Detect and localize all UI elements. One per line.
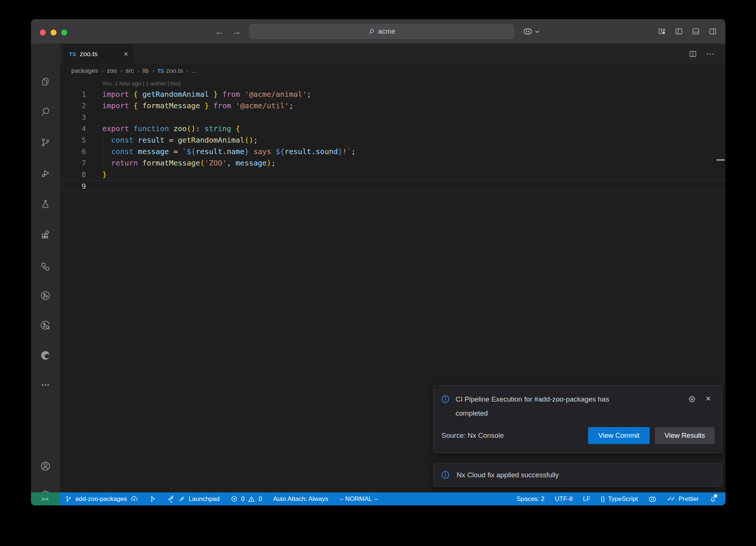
tab-close-icon[interactable]: × — [124, 50, 128, 58]
brackets-icon: {} — [601, 495, 605, 503]
breadcrumb-separator: › — [152, 68, 154, 74]
notification-settings-gear-icon[interactable] — [687, 395, 697, 404]
vim-mode-item[interactable]: -- NORMAL -- — [339, 495, 378, 503]
eol-item[interactable]: LF — [583, 495, 590, 503]
status-bar: >< add-zoo-packages — [31, 492, 725, 505]
chevron-down-icon — [535, 30, 540, 33]
command-center-search[interactable]: acme — [249, 24, 514, 39]
copilot-status-item[interactable] — [648, 495, 657, 503]
extensions-view-button[interactable] — [31, 223, 60, 246]
line-number: 1 — [60, 89, 86, 100]
branch-name: add-zoo-packages — [75, 495, 127, 503]
references-view-button[interactable] — [31, 255, 60, 278]
search-icon — [368, 28, 375, 35]
tab-label: zoo.ts — [80, 50, 97, 58]
view-results-button[interactable]: View Results — [655, 427, 715, 444]
warning-count: 0 — [258, 495, 262, 503]
search-view-button[interactable] — [31, 100, 60, 123]
line-content: return formatMessage('ZOO', message); — [86, 157, 276, 169]
toggle-secondary-sidebar-icon[interactable] — [708, 27, 717, 36]
notifications-bell-item[interactable] — [709, 495, 717, 503]
breadcrumb-separator: › — [102, 68, 103, 74]
nx-cloud-view-button[interactable] — [31, 314, 60, 337]
toggle-panel-icon[interactable] — [691, 27, 700, 36]
launchpad-item[interactable]: Launchpad — [167, 495, 220, 503]
info-icon — [441, 395, 450, 404]
nx-console-view-button[interactable] — [31, 284, 60, 307]
ellipsis-icon — [40, 379, 51, 390]
error-count: 0 — [241, 495, 244, 503]
explorer-view-button[interactable] — [31, 70, 60, 93]
line-number: 2 — [60, 100, 86, 112]
breadcrumb-item-packages[interactable]: packages — [71, 67, 98, 75]
git-branch-item[interactable]: add-zoo-packages — [65, 495, 138, 503]
files-icon — [40, 76, 51, 87]
source-control-view-button[interactable] — [31, 131, 60, 154]
indent-guide — [102, 134, 103, 169]
command-center-query: acme — [378, 27, 395, 35]
line-number: 6 — [60, 146, 86, 157]
breadcrumb-separator: › — [186, 68, 188, 74]
linked-editing-icon — [40, 261, 51, 272]
git-blame-annotation: You, 1 hour ago | 1 author (You) — [102, 80, 181, 86]
source-control-icon — [40, 137, 51, 148]
line-number: 4 — [60, 123, 86, 134]
customize-layout-icon[interactable] — [657, 27, 666, 36]
auto-attach-item[interactable]: Auto Attach: Always — [273, 495, 328, 503]
line-number: 3 — [60, 112, 86, 123]
line-content: import { getRandomAnimal } from '@acme/a… — [86, 89, 311, 100]
navigate-back-icon[interactable]: ← — [215, 26, 224, 37]
cloud-upload-icon — [130, 495, 138, 503]
edge-browser-view-button[interactable] — [31, 344, 60, 367]
line-number: 7 — [60, 157, 86, 169]
additional-views-button[interactable] — [31, 373, 60, 396]
breadcrumb-item-zoo[interactable]: zoo — [107, 67, 117, 75]
encoding-item[interactable]: UTF-8 — [555, 495, 573, 503]
eol-label: LF — [583, 495, 590, 503]
nx-console-icon — [39, 290, 51, 301]
breadcrumb-item--[interactable]: ... — [192, 67, 197, 75]
toggle-primary-sidebar-icon[interactable] — [674, 27, 683, 36]
view-commit-button[interactable]: View Commit — [588, 427, 650, 444]
tab-zoo-ts[interactable]: TS zoo.ts × — [63, 44, 134, 64]
split-editor-icon[interactable] — [688, 50, 697, 58]
problems-item[interactable]: 0 0 — [231, 495, 262, 503]
breadcrumb-item-zoo-ts[interactable]: zoo.ts — [166, 67, 183, 75]
run-debug-view-button[interactable] — [31, 162, 60, 185]
breadcrumb-item-src[interactable]: src — [126, 67, 134, 75]
editor-actions-more-icon[interactable]: ⋯ — [706, 49, 715, 59]
code-lines: 1import { getRandomAnimal } from '@acme/… — [60, 89, 725, 192]
accounts-button[interactable] — [31, 455, 60, 478]
minimize-window-button[interactable] — [51, 30, 56, 35]
plug-icon — [178, 495, 185, 502]
git-graph-item[interactable] — [149, 495, 156, 502]
zoom-window-button[interactable] — [61, 30, 67, 35]
search-icon — [40, 106, 51, 117]
breadcrumb-separator: › — [137, 68, 139, 74]
language-mode-item[interactable]: {} TypeScript — [601, 495, 638, 503]
code-line-3: 3 — [60, 112, 725, 123]
double-check-icon: ✓✓ — [667, 495, 674, 503]
navigate-forward-icon[interactable]: → — [232, 26, 241, 37]
vim-mode-label: -- NORMAL -- — [339, 495, 378, 503]
formatter-item[interactable]: ✓✓ Prettier — [667, 495, 699, 503]
breadcrumb-item-lib[interactable]: lib — [142, 67, 149, 75]
auto-attach-label: Auto Attach: Always — [273, 495, 328, 503]
code-line-7: 7 return formatMessage('ZOO', message); — [60, 157, 725, 169]
tab-bar: TS zoo.ts × ⋯ — [60, 44, 725, 64]
notification-title: CI Pipeline Execution for #add-zoo-packa… — [456, 392, 633, 420]
line-content: export function zoo(): string { — [86, 123, 240, 134]
copilot-menu[interactable] — [523, 19, 540, 44]
line-number: 8 — [60, 169, 86, 180]
testing-flask-icon — [40, 198, 51, 209]
close-window-button[interactable] — [40, 30, 46, 35]
remote-indicator[interactable]: >< — [31, 492, 60, 505]
breadcrumb-separator: › — [120, 68, 122, 74]
nx-cloud-icon — [39, 319, 51, 331]
testing-view-button[interactable] — [31, 192, 60, 215]
info-icon — [441, 470, 450, 480]
overview-ruler-mark — [717, 159, 725, 161]
indentation-item[interactable]: Spaces: 2 — [516, 495, 544, 503]
title-bar: ← → acme — [31, 19, 725, 44]
notification-close-icon[interactable]: × — [706, 394, 711, 404]
